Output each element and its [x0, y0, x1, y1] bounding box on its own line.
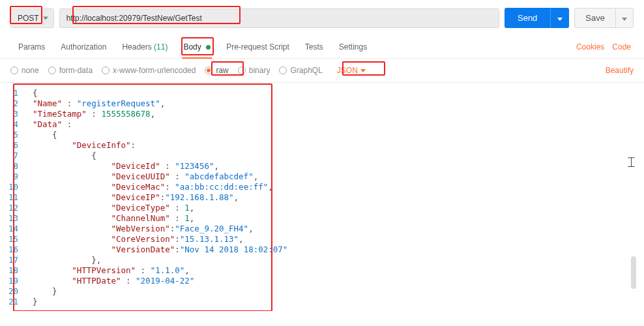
beautify-link[interactable]: Beautify: [606, 66, 634, 75]
radio-icon: [10, 67, 18, 74]
raw-lang-select[interactable]: JSON: [336, 64, 367, 77]
radio-icon: [238, 67, 246, 74]
send-dropdown-icon[interactable]: [550, 8, 569, 28]
tab-body[interactable]: Body: [175, 36, 218, 58]
code-line: 1{: [0, 88, 644, 98]
body-type-none[interactable]: none: [10, 66, 39, 75]
tab-tests[interactable]: Tests: [297, 36, 331, 58]
code-line: 12 "DeviceType" : 1,: [0, 203, 644, 213]
code-line: 17 },: [0, 255, 644, 265]
body-type-raw[interactable]: raw: [205, 66, 228, 75]
body-type-urlencoded[interactable]: x-www-form-urlencoded: [102, 66, 196, 75]
send-label: Send: [505, 8, 550, 28]
body-type-formdata[interactable]: form-data: [48, 66, 93, 75]
code-line: 4"Data" :: [0, 119, 644, 130]
code-line: 8 "DeviceId" : "123456",: [0, 161, 644, 171]
tab-headers[interactable]: Headers (11): [114, 36, 175, 58]
code-line: 16 "VersionDate":"Nov 14 2018 18:02:07": [0, 244, 644, 255]
code-line: 9 "DeviceUUID" : "abcdefabcdef",: [0, 171, 644, 182]
radio-icon: [48, 67, 56, 74]
code-line: 19 "HTTPDate" : "2019-04-22": [0, 276, 644, 286]
radio-icon: [205, 67, 212, 74]
url-input[interactable]: [59, 8, 499, 28]
body-type-binary[interactable]: binary: [238, 66, 271, 75]
code-line: 5 {: [0, 130, 644, 140]
save-label: Save: [575, 8, 615, 27]
code-line: 10 "DeviceMac": "aa:bb:cc:dd:ee:ff",: [0, 182, 644, 192]
request-body-editor[interactable]: 1{2"Name" : "registerRequest",3"TimeStam…: [0, 83, 644, 311]
text-cursor-icon: ⌶: [628, 155, 635, 169]
save-dropdown-icon[interactable]: [615, 9, 633, 27]
cookies-link[interactable]: Cookies: [576, 42, 604, 52]
method-select[interactable]: POST: [10, 8, 54, 28]
tab-headers-label: Headers: [122, 42, 151, 52]
code-line: 6 "DeviceInfo":: [0, 140, 644, 151]
tab-params[interactable]: Params: [10, 36, 53, 58]
code-line: 18 "HTTPVersion" : "1.1.0",: [0, 265, 644, 276]
tab-settings[interactable]: Settings: [331, 36, 375, 58]
code-link[interactable]: Code: [612, 42, 631, 52]
code-line: 15 "CoreVersion":"15.13.1.13",: [0, 234, 644, 244]
code-line: 7 {: [0, 151, 644, 161]
code-line: 3"TimeStamp" : 1555558678,: [0, 109, 644, 119]
tab-prerequest[interactable]: Pre-request Script: [218, 36, 297, 58]
save-button[interactable]: Save: [574, 8, 634, 28]
code-line: 13 "ChannelNum" : 1,: [0, 213, 644, 224]
code-line: 2"Name" : "registerRequest",: [0, 98, 644, 109]
scroll-thumb[interactable]: [631, 256, 636, 289]
send-button[interactable]: Send: [505, 8, 569, 28]
code-line: 20 }: [0, 286, 644, 297]
method-value: POST: [18, 14, 39, 23]
modified-dot-icon: [206, 45, 211, 50]
code-line: 11 "DeviceIP":"192.168.1.88",: [0, 192, 644, 203]
tab-authorization[interactable]: Authorization: [53, 36, 114, 58]
radio-icon: [102, 67, 110, 74]
tab-headers-count: (11): [154, 42, 168, 52]
code-line: 14 "WebVersion":"Face_9.20_FH4",: [0, 224, 644, 234]
radio-icon: [279, 67, 287, 74]
tab-body-label: Body: [183, 42, 201, 52]
code-line: 21}: [0, 297, 644, 307]
body-type-graphql[interactable]: GraphQL: [279, 66, 322, 75]
